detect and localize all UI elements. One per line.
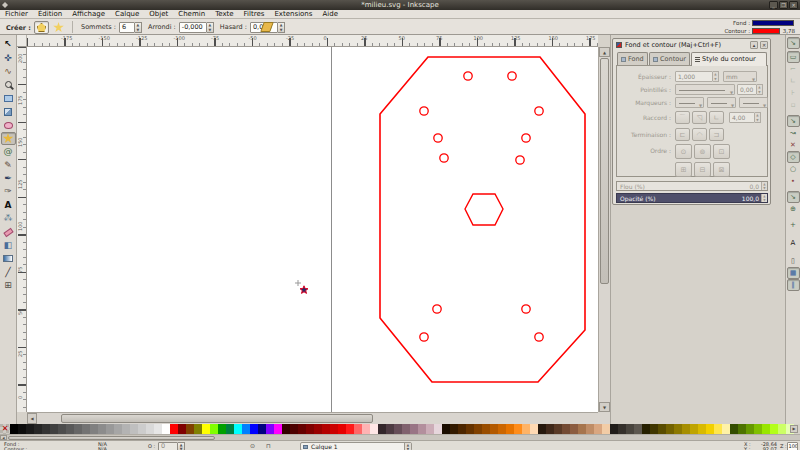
join-bevel-button[interactable]: ◹ <box>692 111 707 124</box>
palette-scroll-thumb[interactable] <box>8 436 215 440</box>
vertical-scroll-thumb[interactable] <box>600 58 609 284</box>
palette-swatch[interactable] <box>58 424 66 434</box>
close-button[interactable]: ✕ <box>789 1 798 9</box>
snap-text-baseline-button[interactable]: A <box>787 237 800 249</box>
palette-swatch[interactable] <box>594 424 602 434</box>
palette-swatch[interactable] <box>602 424 610 434</box>
palette-swatch[interactable] <box>506 424 514 434</box>
palette-swatch[interactable] <box>490 424 498 434</box>
palette-swatch[interactable] <box>266 424 274 434</box>
palette-swatch[interactable] <box>778 424 786 434</box>
palette-swatch[interactable] <box>226 424 234 434</box>
palette-swatch[interactable] <box>402 424 410 434</box>
palette-swatch[interactable] <box>10 424 18 434</box>
paint-order-5-button[interactable]: ⊟ <box>694 162 711 177</box>
palette-swatch[interactable] <box>554 424 562 434</box>
palette-swatch[interactable] <box>90 424 98 434</box>
palette-swatch[interactable] <box>106 424 114 434</box>
palette-swatch[interactable] <box>586 424 594 434</box>
scroll-down-arrow[interactable]: ▼ <box>599 402 610 412</box>
end-marker-combobox[interactable]: ▼ <box>739 97 768 108</box>
sommets-entry[interactable]: 6 <box>119 22 135 33</box>
hole-circle-path[interactable] <box>535 333 543 341</box>
palette-swatch[interactable] <box>418 424 426 434</box>
menu-edition[interactable]: Édition <box>33 10 67 19</box>
tweak-tool[interactable]: ∿ <box>1 65 16 78</box>
menu-calque[interactable]: Calque <box>110 10 144 19</box>
palette-swatch[interactable] <box>146 424 154 434</box>
hasard-spinner[interactable]: ▲▼ <box>278 22 285 33</box>
paint-order-3-button[interactable]: ⊡ <box>713 144 730 159</box>
cap-square-button[interactable]: ⊐ <box>709 128 724 141</box>
palette-swatch[interactable] <box>138 424 146 434</box>
tab-fond[interactable]: Fond <box>617 52 648 65</box>
palette-swatch[interactable] <box>154 424 162 434</box>
unit-combobox[interactable]: mm▼ <box>723 71 757 82</box>
palette-swatch[interactable] <box>354 424 362 434</box>
palette-swatch[interactable] <box>570 424 578 434</box>
dash-offset-spinner[interactable]: ▲▼ <box>757 84 763 95</box>
snap-bbox-centers-button[interactable]: ▫ <box>787 99 800 111</box>
hole-circle-path[interactable] <box>535 107 543 115</box>
bucket-tool[interactable]: ◧ <box>1 239 16 252</box>
node-tool[interactable]: ✜ <box>1 51 16 64</box>
palette-swatch[interactable] <box>122 424 130 434</box>
snap-rotation-centers-button[interactable]: + <box>787 219 800 231</box>
palette-swatch[interactable] <box>290 424 298 434</box>
tab-contour[interactable]: Contour <box>649 52 690 65</box>
snap-bbox-edges-button[interactable]: ⌐ <box>787 63 800 75</box>
palette-swatch[interactable] <box>130 424 138 434</box>
hole-circle-path[interactable] <box>420 333 428 341</box>
cap-butt-button[interactable]: ⊏ <box>675 128 690 141</box>
opacity-spinner[interactable]: ▲▼ <box>761 194 767 202</box>
palette-swatch[interactable] <box>706 424 714 434</box>
layer-visibility-eye-icon[interactable]: ⊙ <box>250 442 255 449</box>
palette-swatch[interactable] <box>626 424 634 434</box>
palette-swatch[interactable] <box>442 424 450 434</box>
maximize-button[interactable]: ❐ <box>779 1 788 9</box>
spray-tool[interactable]: ⁂ <box>1 212 16 225</box>
snap-paths-button[interactable]: ↝ <box>787 127 800 139</box>
palette-swatch[interactable] <box>530 424 538 434</box>
hexagon-hole-path[interactable] <box>465 194 503 225</box>
palette-swatch[interactable] <box>74 424 82 434</box>
palette-swatch[interactable] <box>642 424 650 434</box>
menu-aide[interactable]: Aide <box>317 10 342 19</box>
palette-swatch[interactable] <box>218 424 226 434</box>
palette-swatch[interactable] <box>474 424 482 434</box>
hole-circle-path[interactable] <box>464 72 472 80</box>
palette-swatch[interactable] <box>338 424 346 434</box>
dropper-tool[interactable]: ╱ <box>1 266 16 279</box>
palette-swatch[interactable] <box>482 424 490 434</box>
palette-swatch[interactable] <box>386 424 394 434</box>
palette-swatch[interactable] <box>282 424 290 434</box>
zoom-tool[interactable] <box>1 78 16 91</box>
snap-bbox-button[interactable]: ▭ <box>787 51 800 63</box>
palette-swatch[interactable] <box>50 424 58 434</box>
hole-circle-path[interactable] <box>433 305 441 313</box>
plate-outline-path[interactable] <box>380 57 585 382</box>
palette-swatch[interactable] <box>714 424 722 434</box>
palette-swatch[interactable] <box>690 424 698 434</box>
palette-swatch[interactable] <box>658 424 666 434</box>
palette-swatch[interactable] <box>434 424 442 434</box>
palette-swatch[interactable] <box>370 424 378 434</box>
dialog-close-button[interactable]: ✕ <box>760 41 768 49</box>
opacity-entry-spinner[interactable]: ▲▼ <box>178 442 185 450</box>
thickness-spinner[interactable]: ▲▼ <box>713 71 719 82</box>
menu-chemin[interactable]: Chemin <box>173 10 210 19</box>
palette-swatch[interactable] <box>26 424 34 434</box>
snap-object-centers-button[interactable]: ⊕ <box>787 203 800 215</box>
palette-swatch[interactable] <box>522 424 530 434</box>
menu-fichier[interactable]: Fichier <box>0 10 33 19</box>
palette-swatch[interactable] <box>170 424 178 434</box>
horizontal-ruler[interactable]: -175-150-125-100-75-50-25025507510012515… <box>27 35 598 47</box>
palette-swatch[interactable] <box>730 424 738 434</box>
polygon-mode-button[interactable] <box>34 21 49 34</box>
tab-style-du-contour[interactable]: Style du contour <box>691 52 767 66</box>
palette-swatch[interactable] <box>578 424 586 434</box>
horizontal-scrollbar[interactable]: ◀ ▶ <box>27 412 610 424</box>
palette-swatch[interactable] <box>82 424 90 434</box>
join-round-button[interactable]: ⌒ <box>675 111 690 124</box>
rectangle-tool[interactable] <box>1 92 16 105</box>
